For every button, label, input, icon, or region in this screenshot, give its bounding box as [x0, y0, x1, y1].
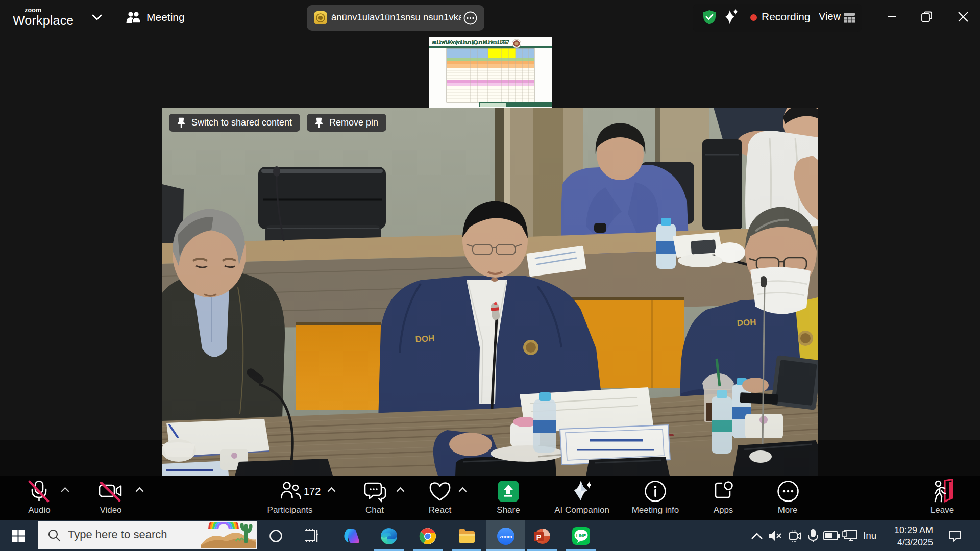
svg-text:aruUoañviKao (soiUnvnu) iQunul: aruUoañviKao (soiUnvnu) iQunulsiUnisouU … [432, 39, 509, 45]
svg-text:LINE: LINE [576, 533, 586, 538]
svg-text:zoom: zoom [500, 534, 512, 539]
svg-text:P: P [536, 533, 541, 541]
